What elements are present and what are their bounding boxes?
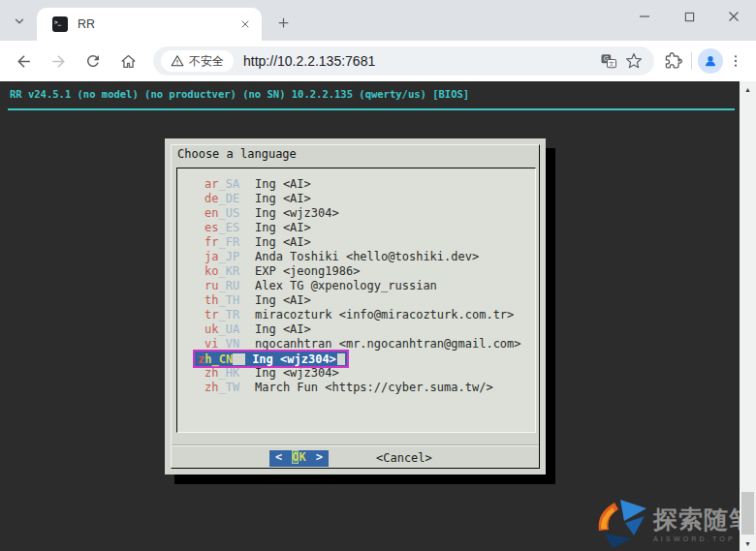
browser-toolbar: 不安全 http://10.2.2.135:7681 G 文 — [0, 41, 756, 81]
list-item[interactable]: zh_TWMarch Fun <https://cyber.suma.tw/> — [177, 381, 535, 395]
plus-icon — [276, 15, 291, 30]
home-icon — [119, 52, 138, 71]
tab-title: RR — [78, 17, 236, 31]
chevron-down-icon — [13, 15, 26, 28]
toolbar-divider — [691, 52, 692, 70]
list-item[interactable]: th_THIng <AI> — [177, 293, 535, 308]
maximize-button[interactable] — [667, 0, 711, 33]
terminal-status-line: RR v24.5.1 (no model) (no productver) (n… — [10, 88, 469, 100]
person-icon — [703, 53, 718, 69]
button-separator — [172, 444, 539, 446]
reload-button[interactable] — [78, 46, 109, 77]
forward-button[interactable] — [43, 46, 74, 77]
star-icon — [625, 52, 643, 70]
svg-text:文: 文 — [609, 60, 614, 67]
watermark: 探索随笔 AISWORD.TOP — [591, 496, 754, 550]
ok-label: K — [299, 450, 305, 464]
selected-item-highlight: zh_CNIng <wjz304> — [193, 350, 349, 368]
kebab-menu-icon — [728, 53, 743, 69]
forward-arrow-icon — [49, 52, 68, 71]
list-item[interactable]: ru_RUAlex TG @xpenology_russian — [177, 279, 535, 293]
watermark-logo-icon — [591, 496, 649, 550]
page-scrollbar[interactable]: ▲ ▼ — [740, 81, 756, 551]
terminal-favicon-icon: >_ — [52, 16, 68, 32]
cancel-button[interactable]: <Cancel> — [376, 451, 432, 465]
window-controls — [622, 0, 756, 33]
tab-strip: >_ RR — [0, 0, 756, 41]
back-arrow-icon — [15, 52, 33, 71]
minimize-icon — [639, 11, 650, 22]
browser-window: >_ RR — [0, 0, 756, 551]
terminal-divider-line — [8, 108, 735, 110]
ok-bracket-open: < — [275, 450, 282, 464]
dialog-title: Choose a language — [177, 147, 297, 161]
list-item[interactable]: de_DEIng <AI> — [177, 192, 535, 206]
ok-bracket-close: > — [316, 450, 323, 464]
translate-icon: G 文 — [600, 52, 617, 70]
list-item[interactable]: tr_TRmiracozturk <info@miracozturk.com.t… — [177, 308, 535, 322]
minimize-button[interactable] — [622, 0, 667, 33]
list-item[interactable]: ar_SAIng <AI> — [177, 177, 535, 192]
tab-close-button[interactable] — [236, 15, 254, 33]
browser-tab[interactable]: >_ RR — [37, 8, 262, 41]
list-item[interactable]: ja_JPAnda Toshiki <hello@toshiki.dev> — [177, 250, 535, 264]
new-tab-button[interactable] — [273, 13, 293, 32]
scroll-up-button[interactable]: ▲ — [740, 81, 756, 97]
url-text[interactable]: http://10.2.2.135:7681 — [243, 53, 596, 69]
close-window-button[interactable] — [711, 0, 756, 33]
warning-triangle-icon — [171, 54, 184, 68]
list-item[interactable]: ko_KREXP <jeong1986> — [177, 264, 535, 279]
language-list: ar_SAIng <AI>de_DEIng <AI>en_USIng <wjz3… — [176, 168, 536, 433]
translate-button[interactable]: G 文 — [596, 48, 621, 74]
triangle-down-icon: ▼ — [744, 540, 751, 547]
language-dialog: Choose a language ar_SAIng <AI>de_DEIng … — [165, 138, 546, 474]
puzzle-icon — [664, 52, 682, 71]
home-button[interactable] — [112, 46, 143, 77]
scrollbar-thumb[interactable] — [741, 492, 754, 535]
tab-search-button[interactable] — [10, 12, 29, 31]
triangle-up-icon: ▲ — [744, 86, 751, 93]
ok-button[interactable]: <OK> — [269, 450, 329, 467]
browser-menu-button[interactable] — [723, 48, 748, 74]
close-icon — [239, 18, 251, 30]
address-bar[interactable]: 不安全 http://10.2.2.135:7681 G 文 — [153, 46, 654, 76]
list-item[interactable]: en_USIng <wjz304> — [177, 206, 535, 221]
list-item[interactable]: es_ESIng <AI> — [177, 221, 535, 235]
list-item[interactable]: zh_CNIng <wjz304> — [177, 352, 535, 366]
list-item[interactable]: uk_UAIng <AI> — [177, 322, 535, 337]
reload-icon — [84, 52, 102, 70]
security-chip[interactable]: 不安全 — [161, 50, 234, 72]
extensions-button[interactable] — [660, 48, 685, 74]
back-button[interactable] — [8, 46, 39, 77]
list-item[interactable]: zh_HKIng <wjz304> — [177, 366, 535, 381]
list-item[interactable]: fr_FRIng <AI> — [177, 235, 535, 250]
scroll-down-button[interactable]: ▼ — [740, 536, 756, 551]
maximize-icon — [684, 12, 695, 22]
terminal-page: RR v24.5.1 (no model) (no productver) (n… — [0, 81, 756, 551]
bookmark-button[interactable] — [621, 48, 646, 74]
close-icon — [728, 11, 740, 22]
profile-avatar[interactable] — [698, 48, 723, 74]
security-label: 不安全 — [189, 53, 224, 70]
